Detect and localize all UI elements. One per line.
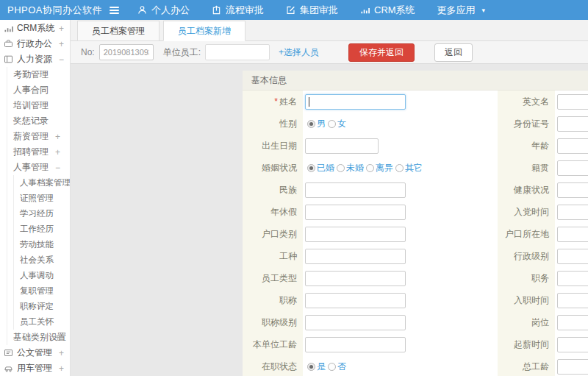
save-return-button[interactable]: 保存并返回 xyxy=(348,43,415,62)
sidebar-item-personnel-files[interactable]: 人事档案管理 xyxy=(14,175,70,191)
sidebar-item-admin-office[interactable]: 行政办公+ xyxy=(0,36,70,52)
marital-status-radio-2[interactable] xyxy=(366,164,374,172)
back-button[interactable]: 返回 xyxy=(434,43,473,62)
employment-status-radio-1[interactable] xyxy=(328,363,336,371)
collapse-icon[interactable]: − xyxy=(59,54,64,65)
select-person-link[interactable]: +选择人员 xyxy=(279,46,319,59)
radio-option-label[interactable]: 是 xyxy=(317,361,326,373)
sidebar-item-document-mgmt[interactable]: 公文管理+ xyxy=(0,345,70,361)
field-label: 工种 xyxy=(243,245,303,267)
marital-status-radio-1[interactable] xyxy=(337,164,345,172)
sidebar-item-title-evaluation[interactable]: 职称评定 xyxy=(14,299,70,314)
salary-start-date-input[interactable] xyxy=(557,337,588,352)
post-input[interactable] xyxy=(557,315,588,330)
sidebar-item-label: 行政办公 xyxy=(17,38,52,50)
employee-type-input[interactable] xyxy=(305,271,406,286)
native-place-input[interactable] xyxy=(557,160,588,176)
no-input[interactable] xyxy=(99,44,154,60)
collapse-icon[interactable]: − xyxy=(55,163,60,173)
sidebar-item-certificates[interactable]: 证照管理 xyxy=(14,191,70,206)
age-input[interactable] xyxy=(557,138,588,154)
field-label: 本单位工龄 xyxy=(243,333,303,355)
sidebar-item-personnel-transfer[interactable]: 人事调动 xyxy=(14,268,70,283)
birth-date-input[interactable] xyxy=(305,138,379,154)
gender-radio-1[interactable] xyxy=(328,120,336,128)
menu-icon[interactable] xyxy=(101,0,126,20)
tab-employee-file-new[interactable]: 员工档案新增 xyxy=(163,21,245,41)
field-label-text: 婚姻状况 xyxy=(262,162,297,174)
work-type-input[interactable] xyxy=(305,249,406,264)
form-row: 职称级别岗位 xyxy=(243,311,588,333)
job-title-input[interactable] xyxy=(305,293,406,308)
party-join-date-input[interactable] xyxy=(557,205,588,220)
hire-date-input[interactable] xyxy=(557,293,588,308)
field-label: *姓名 xyxy=(243,91,303,113)
english-name-input[interactable] xyxy=(557,94,588,110)
gender-radio-0-selected[interactable] xyxy=(307,120,315,128)
expand-icon[interactable]: + xyxy=(59,363,64,374)
sidebar-item-personnel[interactable]: 人事管理− xyxy=(7,160,70,175)
expand-icon[interactable]: + xyxy=(59,39,64,49)
hukou-type-input[interactable] xyxy=(305,227,406,242)
radio-option-label[interactable]: 否 xyxy=(337,361,346,373)
name-input[interactable] xyxy=(305,94,406,110)
admin-level-input[interactable] xyxy=(557,249,588,264)
radio-option-label[interactable]: 其它 xyxy=(405,162,423,174)
nav-item-group-approval[interactable]: 集团审批 xyxy=(275,0,349,20)
radio-option-label[interactable]: 未婚 xyxy=(346,162,364,174)
nav-item-personal-office[interactable]: 个人办公 xyxy=(126,0,201,20)
company-seniority-input[interactable] xyxy=(305,337,406,352)
position-input[interactable] xyxy=(557,271,588,286)
car-icon xyxy=(4,363,13,373)
field-cell xyxy=(555,333,588,355)
expand-icon[interactable]: + xyxy=(55,132,60,142)
tab-bar: 员工档案管理 员工档案新增 xyxy=(71,20,588,41)
nav-item-label: 更多应用 xyxy=(437,4,476,17)
sidebar-item-reinstatement[interactable]: 复职管理 xyxy=(14,283,70,299)
form-row: 在职状态是否总工龄 xyxy=(243,355,588,376)
expand-icon[interactable]: + xyxy=(59,24,64,34)
nav-item-crm-system[interactable]: CRM系统 xyxy=(349,0,426,20)
sidebar-item-label: 人事调动 xyxy=(20,270,54,281)
sidebar-item-base-categories[interactable]: 基础类别设置+ xyxy=(7,330,70,345)
radio-option-label[interactable]: 女 xyxy=(337,118,346,130)
sidebar-item-training[interactable]: 培训管理 xyxy=(7,98,70,113)
nav-item-process-approval[interactable]: 流程审批 xyxy=(201,0,275,20)
sidebar-item-crm[interactable]: CRM系统+ xyxy=(0,21,70,36)
hukou-location-input[interactable] xyxy=(557,227,588,242)
radio-option-label[interactable]: 已婚 xyxy=(317,162,334,174)
sidebar-item-work-history[interactable]: 工作经历 xyxy=(14,221,70,237)
sidebar-item-social-relations[interactable]: 社会关系 xyxy=(14,252,70,268)
expand-icon[interactable]: + xyxy=(55,147,60,157)
expand-icon[interactable]: + xyxy=(55,333,60,343)
sidebar-item-study-history[interactable]: 学习经历 xyxy=(14,206,70,221)
sidebar-item-vehicle-mgmt[interactable]: 用车管理+ xyxy=(0,361,70,376)
nav-item-more-apps[interactable]: 更多应用▾ xyxy=(426,0,497,20)
sidebar-item-attendance[interactable]: 考勤管理 xyxy=(7,67,70,82)
unit-employee-input[interactable] xyxy=(205,44,270,60)
sidebar-item-reward-punishment[interactable]: 奖惩记录 xyxy=(7,113,70,129)
radio-option-label[interactable]: 离异 xyxy=(376,162,393,174)
expand-icon[interactable]: + xyxy=(59,348,64,358)
health-status-input[interactable] xyxy=(557,182,588,198)
field-label-text: 职务 xyxy=(531,272,549,285)
tab-employee-files[interactable]: 员工档案管理 xyxy=(77,21,159,41)
radio-option-label[interactable]: 男 xyxy=(317,118,326,130)
sidebar-item-labor-skills[interactable]: 劳动技能 xyxy=(14,237,70,252)
sidebar-item-label: 社会关系 xyxy=(20,255,54,266)
sidebar-item-human-resources[interactable]: 人力资源− xyxy=(0,52,70,67)
total-seniority-input[interactable] xyxy=(557,359,588,375)
field-cell xyxy=(555,267,588,289)
annual-leave-input[interactable] xyxy=(305,205,406,220)
employment-status-radio-0-selected[interactable] xyxy=(307,363,315,371)
title-level-input[interactable] xyxy=(305,315,406,330)
sidebar-item-recruitment[interactable]: 招聘管理+ xyxy=(7,144,70,160)
sidebar-item-employee-care[interactable]: 员工关怀 xyxy=(14,314,70,330)
marital-status-radio-0-selected[interactable] xyxy=(307,164,315,172)
marital-status-radio-3[interactable] xyxy=(395,164,404,172)
sidebar-item-hr-contract[interactable]: 人事合同 xyxy=(7,82,70,98)
id-number-input[interactable] xyxy=(557,116,588,132)
sidebar-item-salary[interactable]: 薪资管理+ xyxy=(7,129,70,144)
ethnicity-input[interactable] xyxy=(305,182,406,198)
field-label: 英文名 xyxy=(498,91,555,113)
